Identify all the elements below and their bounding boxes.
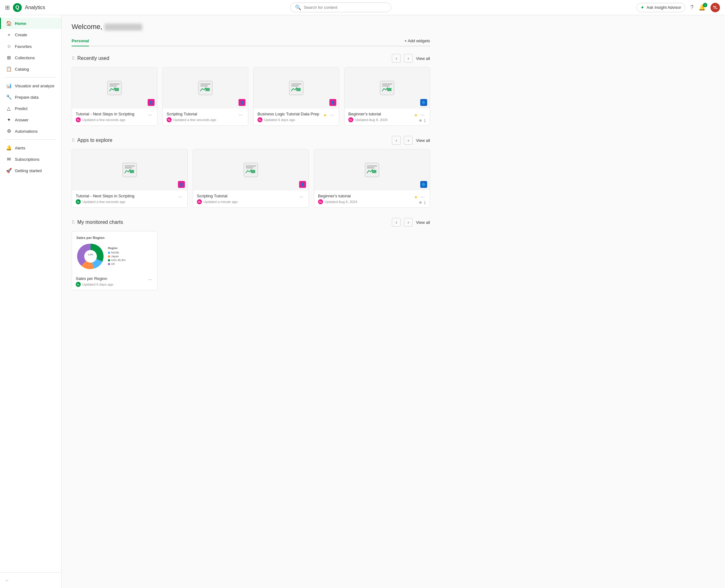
card-updated-2: Updated 6 days ago [264, 118, 295, 122]
explore-more-button-1[interactable]: ··· [298, 194, 305, 201]
drag-handle-apps[interactable]: ⠿ [72, 138, 75, 143]
card-star-button-3[interactable]: ★ [414, 112, 418, 118]
app-icon-2 [288, 80, 304, 96]
explore-avatar-1: TL [197, 199, 202, 204]
monitored-charts-next-button[interactable]: › [404, 218, 412, 227]
apps-explore-view-all[interactable]: View all [416, 138, 430, 143]
apps-explore-next-button[interactable]: › [404, 136, 412, 145]
card-user-badge-1: 👤 [239, 99, 245, 106]
insight-advisor-button[interactable]: ✦ Ask Insight Advisor [636, 3, 685, 12]
section-title-group-apps: ⠿ Apps to explore [72, 138, 112, 143]
card-more-button-3[interactable]: ··· [419, 112, 426, 119]
sidebar-item-visualize[interactable]: 📊 Visualize and analyze [0, 80, 61, 91]
notifications-icon[interactable]: 🔔 1 [699, 4, 705, 11]
card-more-button-2[interactable]: ··· [328, 112, 335, 119]
help-icon[interactable]: ? [690, 4, 693, 11]
sidebar-item-home[interactable]: 🏠 Home [0, 18, 61, 29]
svg-rect-2 [109, 85, 117, 86]
sidebar-item-collections[interactable]: ⊞ Collections [0, 52, 61, 63]
sidebar-item-label-getting-started: Getting started [15, 168, 42, 173]
chart-card-info-0: Sales per Region TL Updated 6 days ago [76, 276, 147, 287]
chart-title-label-0: Sales per Region [76, 236, 153, 239]
explore-more-button-2[interactable]: ··· [419, 194, 426, 201]
monitored-charts-prev-button[interactable]: ‹ [392, 218, 401, 227]
explore-title-2: Beginner's tutorial [318, 194, 414, 198]
chart-more-button-0[interactable]: ··· [147, 276, 153, 283]
chart-card-avatar-0: TL [76, 282, 81, 287]
explore-views-count-2: 👁 1 [419, 201, 426, 205]
apps-to-explore-controls: ‹ › View all [392, 136, 430, 145]
collapse-icon: ← [5, 578, 9, 583]
recently-used-card-1[interactable]: 👤 Scripting Tutorial TL Updated a few se… [162, 67, 248, 126]
sidebar: 🏠 Home ＋ Create ☆ Favorites ⊞ Collection… [0, 15, 62, 588]
collapse-sidebar-button[interactable]: ← [0, 575, 61, 586]
card-avatar-2: TL [258, 117, 262, 122]
sidebar-item-predict[interactable]: △ Predict [0, 103, 61, 114]
sidebar-item-create[interactable]: ＋ Create [0, 29, 61, 41]
search-input[interactable] [304, 5, 386, 10]
recently-used-card-2[interactable]: 👤 Business Logic Tutorial Data Prep TL U… [253, 67, 339, 126]
app-icon-0 [106, 80, 123, 96]
card-more-button-1[interactable]: ··· [238, 112, 244, 119]
drag-handle-charts[interactable]: ⠿ [72, 220, 75, 225]
svg-rect-22 [246, 167, 253, 168]
sidebar-item-automations[interactable]: ⚙ Automations [0, 125, 61, 137]
card-info-3: Beginner's tutorial TL Updated Aug 8, 20… [348, 112, 414, 122]
card-star-button-2[interactable]: ★ [323, 112, 327, 118]
sidebar-item-label-predict: Predict [15, 106, 27, 111]
prepare-icon: 🔧 [6, 94, 12, 100]
sidebar-item-favorites[interactable]: ☆ Favorites [0, 41, 61, 52]
sidebar-item-subscriptions[interactable]: ✉ Subscriptions [0, 153, 61, 165]
card-avatar-1: TL [166, 117, 172, 122]
drag-handle-recently-used[interactable]: ⠿ [72, 56, 75, 61]
card-footer-2: Business Logic Tutorial Data Prep TL Upd… [254, 108, 339, 125]
explore-meta-2: TL Updated Aug 8, 2024 [318, 199, 414, 204]
recently-used-view-all[interactable]: View all [416, 56, 430, 61]
monitored-charts-header: ⠿ My monitored charts ‹ › View all [72, 218, 430, 227]
svg-point-28 [84, 250, 97, 262]
svg-rect-17 [125, 166, 135, 166]
card-title-2: Business Logic Tutorial Data Prep [258, 112, 323, 116]
chart-thumbnail-0: Sales per Region [72, 231, 157, 273]
explore-more-button-0[interactable]: ··· [177, 194, 184, 201]
card-actions-3: ★ ··· [414, 112, 426, 119]
monitored-charts-view-all[interactable]: View all [416, 220, 430, 225]
recently-used-next-button[interactable]: › [404, 54, 412, 63]
svg-rect-23 [251, 170, 255, 173]
explore-star-button-2[interactable]: ★ [414, 194, 418, 200]
predict-icon: △ [6, 106, 12, 111]
card-more-button-0[interactable]: ··· [147, 112, 153, 119]
alerts-icon: 🔔 [6, 145, 12, 151]
tab-personal[interactable]: Personal [72, 36, 89, 46]
explore-title-1: Scripting Tutorial [197, 194, 298, 198]
explore-updated-1: Updated a minute ago [203, 200, 238, 204]
sidebar-item-answer[interactable]: ✦ Answer [0, 114, 61, 125]
card-thumbnail-1: 👤 [163, 67, 248, 108]
card-footer-1: Scripting Tutorial TL Updated a few seco… [163, 108, 248, 125]
recently-used-prev-button[interactable]: ‹ [392, 54, 401, 63]
svg-rect-1 [109, 84, 120, 84]
sidebar-item-label-alerts: Alerts [15, 146, 25, 150]
sidebar-item-alerts[interactable]: 🔔 Alerts [0, 142, 61, 153]
explore-badge-2: 🔷 [420, 181, 427, 188]
card-meta-3: TL Updated Aug 8, 2024 [348, 117, 414, 122]
avatar[interactable]: TL [710, 3, 720, 12]
card-thumbnail-0: 👤 [72, 67, 157, 108]
sidebar-item-prepare[interactable]: 🔧 Prepare data [0, 91, 61, 103]
sidebar-item-catalog[interactable]: 📋 Catalog [0, 63, 61, 75]
search-box[interactable]: 🔍 [290, 2, 391, 12]
explore-card-2[interactable]: 🔷 Beginner's tutorial TL Updated Aug 8, … [314, 149, 430, 208]
explore-card-1[interactable]: 👤 Scripting Tutorial TL Updated a minute… [193, 149, 309, 208]
insight-advisor-icon: ✦ [641, 5, 645, 10]
sidebar-item-getting-started[interactable]: 🚀 Getting started [0, 165, 61, 176]
card-thumbnail-2: 👤 [254, 67, 339, 108]
apps-explore-prev-button[interactable]: ‹ [392, 136, 401, 145]
grid-menu-icon[interactable]: ⊞ [5, 4, 10, 11]
add-widgets-button[interactable]: + Add widgets [404, 39, 430, 43]
monitored-chart-card-0[interactable]: Sales per Region [72, 231, 157, 290]
recently-used-section: ⠿ Recently used ‹ › View all [72, 54, 430, 126]
explore-card-0[interactable]: 👤 Tutorial - Next Steps in Scripting TL … [72, 149, 188, 208]
recently-used-card-3[interactable]: 🔷 Beginner's tutorial TL Updated Aug 8, … [344, 67, 430, 126]
recently-used-card-0[interactable]: 👤 Tutorial - Next Steps in Scripting TL … [72, 67, 157, 126]
card-info-2: Business Logic Tutorial Data Prep TL Upd… [258, 112, 323, 122]
